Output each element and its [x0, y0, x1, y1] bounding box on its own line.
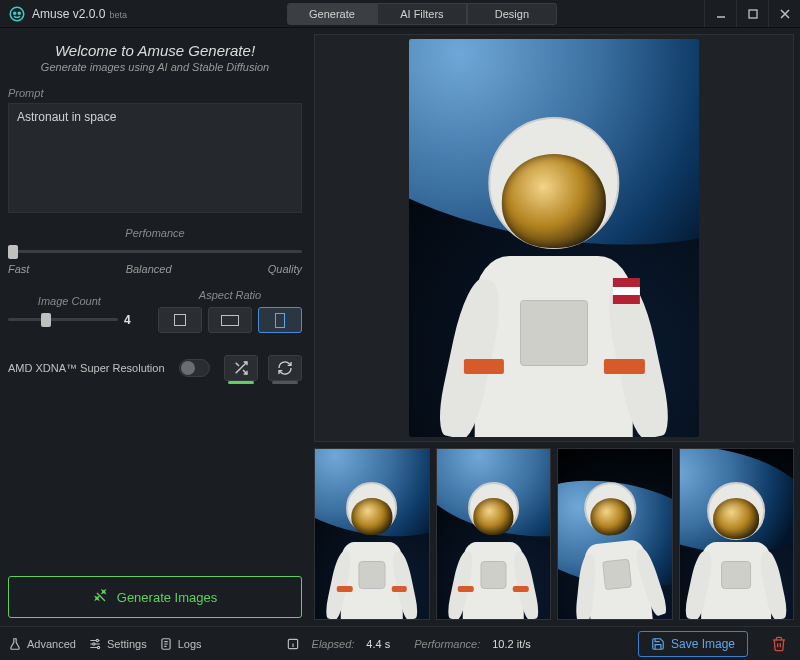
performance-labels: Fast Balanced Quality: [8, 263, 302, 275]
generate-button-label: Generate Images: [117, 590, 217, 605]
app-title-text: Amuse v2.0.0: [32, 7, 105, 21]
image-count-value: 4: [124, 313, 131, 327]
welcome-subtitle: Generate images using AI and Stable Diff…: [8, 61, 302, 73]
svg-rect-3: [749, 10, 757, 18]
sliders-icon: [88, 637, 102, 651]
svg-point-5: [93, 642, 95, 644]
thumbnail[interactable]: [436, 448, 552, 620]
info-icon: [286, 637, 300, 651]
app-title: Amuse v2.0.0 beta: [32, 7, 127, 21]
performance-stat-value: 10.2 it/s: [492, 638, 531, 650]
aspect-portrait-button[interactable]: [258, 307, 302, 333]
refresh-button[interactable]: [268, 355, 302, 381]
perf-label-quality: Quality: [268, 263, 302, 275]
elapsed-value: 4.4 s: [366, 638, 390, 650]
image-count-label: Image Count: [38, 295, 101, 307]
content-area: [310, 28, 800, 626]
save-icon: [651, 637, 665, 651]
shuffle-button[interactable]: [224, 355, 258, 381]
thumbnail-strip: [314, 448, 794, 620]
settings-button[interactable]: Settings: [88, 637, 147, 651]
shuffle-icon: [233, 360, 249, 376]
prompt-input[interactable]: [8, 103, 302, 213]
refresh-icon: [277, 360, 293, 376]
perf-label-balanced: Balanced: [126, 263, 172, 275]
thumbnail[interactable]: [314, 448, 430, 620]
tab-ai-filters[interactable]: AI Filters: [377, 3, 467, 25]
sidebar: Welcome to Amuse Generate! Generate imag…: [0, 28, 310, 626]
svg-point-2: [18, 12, 20, 14]
trash-icon: [771, 636, 787, 652]
preview-image[interactable]: [409, 39, 699, 437]
app-logo-icon: [8, 5, 26, 23]
maximize-button[interactable]: [736, 0, 768, 27]
welcome-title: Welcome to Amuse Generate!: [8, 42, 302, 59]
app-badge: beta: [109, 10, 127, 20]
elapsed-label: Elapsed:: [312, 638, 355, 650]
image-count-slider[interactable]: [8, 313, 118, 327]
performance-slider[interactable]: [8, 245, 302, 259]
svg-point-1: [14, 12, 16, 14]
thumbnail[interactable]: [679, 448, 795, 620]
save-image-label: Save Image: [671, 637, 735, 651]
delete-button[interactable]: [766, 631, 792, 657]
window-controls: [704, 0, 800, 27]
perf-label-fast: Fast: [8, 263, 29, 275]
generate-images-button[interactable]: Generate Images: [8, 576, 302, 618]
logs-button[interactable]: Logs: [159, 637, 202, 651]
main-tabs: Generate AI Filters Design: [287, 3, 557, 25]
preview-panel: [314, 34, 794, 442]
info-button[interactable]: [286, 637, 300, 651]
advanced-button[interactable]: Advanced: [8, 637, 76, 651]
flask-icon: [8, 637, 22, 651]
minimize-button[interactable]: [704, 0, 736, 27]
scroll-icon: [159, 637, 173, 651]
tab-generate[interactable]: Generate: [287, 3, 377, 25]
svg-point-4: [96, 639, 98, 641]
wand-icon: [93, 589, 109, 605]
status-bar: Advanced Settings Logs Elapsed: 4.4 s Pe…: [0, 626, 800, 660]
super-resolution-label: AMD XDNA™ Super Resolution: [8, 362, 165, 374]
aspect-square-button[interactable]: [158, 307, 202, 333]
tab-design[interactable]: Design: [467, 3, 557, 25]
title-bar: Amuse v2.0.0 beta Generate AI Filters De…: [0, 0, 800, 28]
aspect-ratio-label: Aspect Ratio: [199, 289, 261, 301]
performance-label: Perfomance: [8, 227, 302, 239]
close-button[interactable]: [768, 0, 800, 27]
super-resolution-toggle[interactable]: [179, 359, 210, 377]
image-count-thumb[interactable]: [41, 313, 51, 327]
svg-point-0: [10, 7, 24, 21]
save-image-button[interactable]: Save Image: [638, 631, 748, 657]
performance-stat-label: Performance:: [414, 638, 480, 650]
aspect-landscape-button[interactable]: [208, 307, 252, 333]
svg-point-6: [97, 646, 99, 648]
thumbnail[interactable]: [557, 448, 673, 620]
prompt-label: Prompt: [8, 87, 302, 99]
performance-slider-thumb[interactable]: [8, 245, 18, 259]
